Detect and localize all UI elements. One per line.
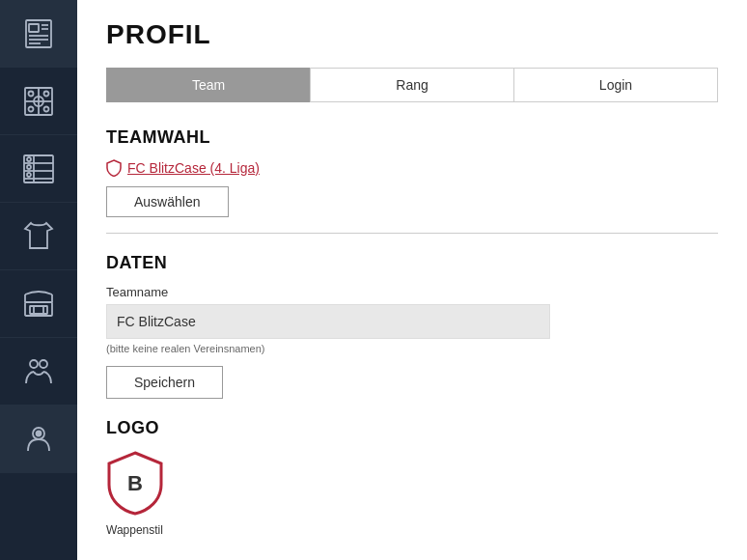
svg-point-20 xyxy=(27,157,31,161)
svg-point-22 xyxy=(27,173,31,177)
svg-point-14 xyxy=(44,106,49,111)
youth-icon xyxy=(21,354,56,389)
sidebar-item-news[interactable] xyxy=(0,0,77,68)
select-button[interactable]: Auswählen xyxy=(106,186,229,217)
logo-caption: Wappenstil xyxy=(106,523,718,537)
profile-icon xyxy=(21,422,56,457)
logo-title: LOGO xyxy=(106,418,718,438)
tab-rang[interactable]: Rang xyxy=(310,68,513,102)
svg-rect-1 xyxy=(29,24,39,32)
sidebar-item-tactics[interactable] xyxy=(0,68,77,135)
sidebar-item-kit[interactable] xyxy=(0,203,77,270)
sidebar xyxy=(0,0,77,560)
tab-login[interactable]: Login xyxy=(513,68,718,102)
section-divider xyxy=(106,233,718,234)
tab-team[interactable]: Team xyxy=(106,68,310,102)
svg-point-29 xyxy=(30,360,38,368)
tactics-icon xyxy=(21,84,56,119)
svg-point-11 xyxy=(29,91,34,96)
svg-point-30 xyxy=(40,360,47,368)
stadium-icon xyxy=(21,287,56,322)
field-hint: (bitte keine realen Vereinsnamen) xyxy=(106,343,718,354)
sidebar-item-stadium[interactable] xyxy=(0,270,77,338)
svg-point-13 xyxy=(29,106,34,111)
svg-rect-24 xyxy=(30,306,47,314)
squad-icon xyxy=(21,152,56,186)
news-icon xyxy=(21,16,56,51)
save-button[interactable]: Speichern xyxy=(106,366,223,399)
teamwahl-section: TEAMWAHL FC BlitzCase (4. Liga) Auswähle… xyxy=(106,127,718,217)
kit-icon xyxy=(21,219,56,254)
logo-section: LOGO B Wappenstil xyxy=(106,418,718,537)
shield-link-icon xyxy=(106,159,122,177)
svg-point-32 xyxy=(37,431,42,435)
team-link[interactable]: FC BlitzCase (4. Liga) xyxy=(106,159,718,177)
logo-shield[interactable]: B xyxy=(106,450,164,516)
tab-bar: Team Rang Login xyxy=(106,68,718,102)
daten-section: DATEN Teamname (bitte keine realen Verei… xyxy=(106,253,718,399)
svg-text:B: B xyxy=(127,471,143,495)
daten-title: DATEN xyxy=(106,253,718,273)
svg-point-21 xyxy=(27,165,31,169)
main-content: PROFIL Team Rang Login TEAMWAHL FC Blitz… xyxy=(77,0,747,560)
teamwahl-title: TEAMWAHL xyxy=(106,127,718,148)
sidebar-item-youth[interactable] xyxy=(0,338,77,406)
team-name-link: FC BlitzCase (4. Liga) xyxy=(127,160,260,176)
teamname-input[interactable] xyxy=(106,304,550,339)
page-title: PROFIL xyxy=(106,19,718,50)
sidebar-item-squad[interactable] xyxy=(0,135,77,203)
sidebar-item-profile[interactable] xyxy=(0,406,77,473)
svg-point-12 xyxy=(44,91,49,96)
teamname-label: Teamname xyxy=(106,285,718,299)
